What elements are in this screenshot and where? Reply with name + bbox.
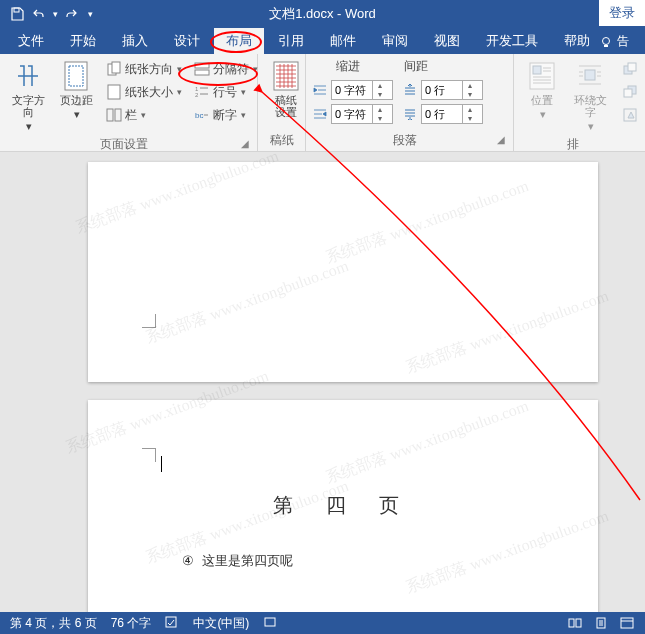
group-label-page-setup: 页面设置 xyxy=(6,134,241,153)
hyphenation-icon: bc xyxy=(194,107,210,123)
space-before-icon xyxy=(402,82,418,98)
document-area[interactable]: 第 四 页 ④这里是第四页呢 系统部落 www.xitongbuluo.com … xyxy=(0,152,645,612)
tell-me-label: 告 xyxy=(617,33,629,50)
group-page-setup: 文字方向▾ 页边距▾ 纸张方向▾ 纸张大小▾ 栏▾ 分隔符▾ 12行号▾ bc断… xyxy=(0,54,258,151)
svg-rect-7 xyxy=(107,109,113,121)
orientation-icon xyxy=(106,61,122,77)
space-after-icon xyxy=(402,106,418,122)
size-button[interactable]: 纸张大小▾ xyxy=(102,81,186,103)
margins-icon xyxy=(60,60,92,92)
space-before-input[interactable]: ▴▾ xyxy=(421,80,483,100)
indent-right-icon xyxy=(312,106,328,122)
view-buttons xyxy=(567,615,635,631)
tab-references[interactable]: 引用 xyxy=(266,28,316,54)
bulb-icon xyxy=(599,35,613,49)
svg-rect-0 xyxy=(14,8,19,12)
group-manuscript: 稿纸设置 稿纸 xyxy=(258,54,306,151)
tab-view[interactable]: 视图 xyxy=(422,28,472,54)
status-page[interactable]: 第 4 页，共 6 页 xyxy=(10,615,97,632)
tab-home[interactable]: 开始 xyxy=(58,28,108,54)
manuscript-settings-button[interactable]: 稿纸设置 xyxy=(264,58,308,130)
status-word-count[interactable]: 76 个字 xyxy=(111,615,152,632)
tab-insert[interactable]: 插入 xyxy=(110,28,160,54)
crop-mark-icon xyxy=(136,442,156,462)
group-label-paragraph: 段落 xyxy=(312,130,497,149)
web-layout-icon[interactable] xyxy=(619,615,635,631)
svg-rect-19 xyxy=(628,63,636,71)
indent-heading: 缩进 xyxy=(336,58,360,75)
svg-rect-6 xyxy=(108,85,120,99)
quick-access-toolbar: ▾ ▾ xyxy=(0,5,93,23)
text-direction-icon xyxy=(12,60,44,92)
group-label-manuscript: 稿纸 xyxy=(264,130,299,149)
svg-rect-21 xyxy=(624,89,632,97)
page-heading: 第 四 页 xyxy=(273,492,413,519)
window-title: 文档1.docx - Word xyxy=(269,5,376,23)
crop-mark-icon xyxy=(136,314,156,334)
manuscript-icon xyxy=(270,60,302,92)
selection-pane-icon xyxy=(618,104,642,126)
indent-right-input[interactable]: ▴▾ xyxy=(331,104,393,124)
tab-developer[interactable]: 开发工具 xyxy=(474,28,550,54)
undo-dropdown-icon[interactable]: ▾ xyxy=(53,9,58,19)
spin-down-icon[interactable]: ▾ xyxy=(373,90,387,99)
status-language[interactable]: 中文(中国) xyxy=(193,615,249,632)
breaks-icon xyxy=(194,61,210,77)
save-icon[interactable] xyxy=(8,5,26,23)
tab-design[interactable]: 设计 xyxy=(162,28,212,54)
tab-mailings[interactable]: 邮件 xyxy=(318,28,368,54)
status-spell-icon[interactable] xyxy=(165,615,179,632)
position-icon xyxy=(526,60,558,92)
status-macro-icon[interactable] xyxy=(263,615,277,632)
ribbon-tabs: 文件 开始 插入 设计 布局 引用 邮件 审阅 视图 开发工具 帮助 告 xyxy=(0,28,645,54)
orientation-button[interactable]: 纸张方向▾ xyxy=(102,58,186,80)
print-layout-icon[interactable] xyxy=(593,615,609,631)
tab-layout[interactable]: 布局 xyxy=(214,28,264,54)
columns-button[interactable]: 栏▾ xyxy=(102,104,186,126)
page-4: 第 四 页 ④这里是第四页呢 xyxy=(88,400,598,612)
svg-rect-16 xyxy=(533,66,541,74)
position-button: 位置▾ xyxy=(520,58,564,134)
svg-rect-9 xyxy=(195,63,209,68)
send-backward-icon xyxy=(618,81,642,103)
group-paragraph: 缩进 间距 ▴▾ ▴▾ ▴▾ ▴▾ 段落◢ xyxy=(306,54,514,151)
indent-left-input[interactable]: ▴▾ xyxy=(331,80,393,100)
spin-up-icon[interactable]: ▴ xyxy=(373,81,387,90)
bring-forward-icon xyxy=(618,58,642,80)
svg-text:2: 2 xyxy=(195,92,199,98)
svg-rect-10 xyxy=(195,70,209,75)
space-after-input[interactable]: ▴▾ xyxy=(421,104,483,124)
columns-icon xyxy=(106,107,122,123)
svg-rect-5 xyxy=(112,62,120,73)
hyphenation-button[interactable]: bc断字▾ xyxy=(190,104,262,126)
redo-icon[interactable] xyxy=(62,5,80,23)
svg-point-1 xyxy=(603,37,610,44)
tab-file[interactable]: 文件 xyxy=(6,28,56,54)
svg-rect-25 xyxy=(569,619,574,627)
wrap-text-button: 环绕文字▾ xyxy=(568,58,612,134)
margins-button[interactable]: 页边距▾ xyxy=(54,58,98,134)
tab-review[interactable]: 审阅 xyxy=(370,28,420,54)
svg-rect-28 xyxy=(621,618,633,628)
wrap-icon xyxy=(574,60,606,92)
login-button[interactable]: 登录 xyxy=(599,0,645,26)
ribbon: 文字方向▾ 页边距▾ 纸张方向▾ 纸张大小▾ 栏▾ 分隔符▾ 12行号▾ bc断… xyxy=(0,54,645,152)
read-mode-icon[interactable] xyxy=(567,615,583,631)
undo-icon[interactable] xyxy=(30,5,48,23)
svg-rect-17 xyxy=(585,70,595,80)
spacing-heading: 间距 xyxy=(404,58,428,75)
page-body-text: ④这里是第四页呢 xyxy=(182,552,293,570)
size-icon xyxy=(106,84,122,100)
svg-text:bc: bc xyxy=(195,111,203,120)
title-bar: ▾ ▾ 文档1.docx - Word 登录 xyxy=(0,0,645,28)
group-label-arrange: 排 xyxy=(520,134,626,153)
qat-customize-icon[interactable]: ▾ xyxy=(88,9,93,19)
line-numbers-button[interactable]: 12行号▾ xyxy=(190,81,262,103)
tell-me[interactable]: 告 xyxy=(591,29,637,54)
text-direction-button[interactable]: 文字方向▾ xyxy=(6,58,50,134)
breaks-button[interactable]: 分隔符▾ xyxy=(190,58,262,80)
page-setup-launcher[interactable]: ◢ xyxy=(241,138,251,149)
paragraph-launcher[interactable]: ◢ xyxy=(497,134,507,145)
svg-rect-8 xyxy=(115,109,121,121)
svg-rect-26 xyxy=(576,619,581,627)
